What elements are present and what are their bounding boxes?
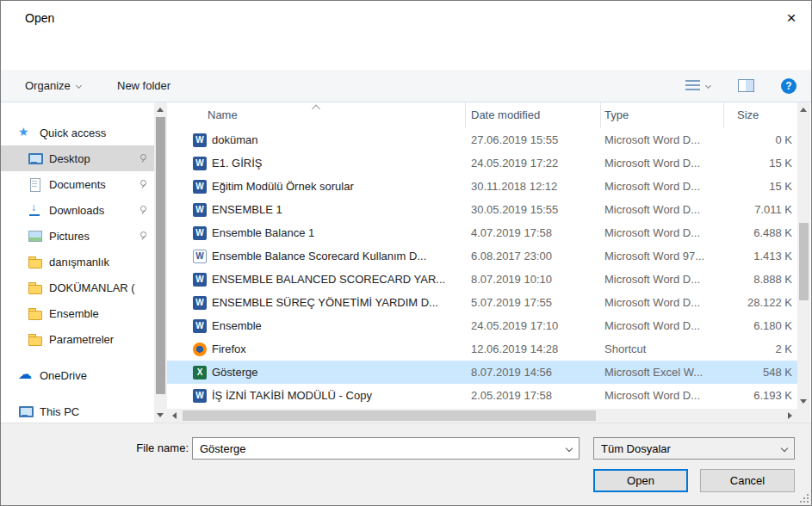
scrollbar-thumb[interactable] — [156, 117, 165, 394]
sidebar-item-pictures[interactable]: Pictures — [1, 223, 154, 249]
monitor-icon — [28, 151, 41, 165]
file-row[interactable]: WEnsemble Balance 1 4.07.2019 17:58 Micr… — [167, 221, 797, 244]
file-name: İŞ İZNİ TAKİBİ MODÜLÜ - Copy — [212, 389, 372, 402]
folder-icon — [28, 281, 41, 294]
file-date: 27.06.2019 15:55 — [466, 133, 601, 146]
sidebar-item-ensemble[interactable]: Ensemble — [1, 300, 154, 326]
organize-button[interactable]: Organize — [25, 70, 81, 102]
file-row[interactable]: WENSEMBLE 1 30.05.2019 15:55 Microsoft W… — [167, 198, 797, 221]
file-row[interactable]: Wdoküman 27.06.2019 15:55 Microsoft Word… — [167, 128, 797, 151]
word-file-icon: W — [193, 203, 207, 217]
file-row[interactable]: WENSEMBLE BALANCED SCORECARD YAR... 8.07… — [167, 268, 797, 291]
sidebar-scrollbar[interactable] — [154, 102, 167, 423]
word-file-icon: W — [193, 157, 207, 170]
scroll-up-icon[interactable] — [800, 108, 807, 112]
file-size: 6.180 K — [724, 319, 797, 332]
scroll-left-icon[interactable] — [172, 412, 177, 419]
file-row[interactable]: Firefox 12.06.2019 14:28 Shortcut 2 K — [167, 337, 797, 361]
file-size: 28.122 K — [724, 296, 797, 309]
help-button[interactable]: ? — [781, 78, 797, 94]
file-type: Microsoft Word D... — [601, 273, 724, 286]
sidebar-item-danismanlik[interactable]: danışmanlık — [1, 249, 154, 275]
file-type: Microsoft Word D... — [601, 296, 724, 309]
cloud-icon — [18, 368, 32, 382]
file-row[interactable]: WİŞ İZNİ TAKİBİ MODÜLÜ - Copy 2.05.2019 … — [167, 384, 797, 407]
file-row[interactable]: WEnsemble 24.05.2019 17:10 Microsoft Wor… — [167, 314, 797, 337]
sidebar-item-quick-access[interactable]: Quick access — [1, 120, 154, 145]
list-horizontal-scrollbar[interactable] — [167, 409, 797, 423]
file-size: 6.488 K — [724, 226, 797, 239]
sidebar-item-label: This PC — [40, 405, 79, 418]
pin-icon — [139, 179, 148, 189]
column-header-type[interactable]: Type — [601, 102, 724, 128]
star-icon — [18, 126, 32, 139]
file-name: ENSEMBLE SÜREÇ YÖNETİMİ YARDIM D... — [212, 296, 438, 309]
file-name-input[interactable] — [193, 442, 560, 455]
new-folder-button[interactable]: New folder — [117, 70, 170, 102]
sidebar-item-desktop[interactable]: Desktop — [1, 145, 154, 171]
word-file-icon: W — [193, 296, 207, 310]
file-name-combobox — [192, 437, 580, 460]
file-name: Eğitim Modülü Örnek sorular — [212, 180, 354, 193]
file-size: 15 K — [724, 157, 797, 170]
file-type: Microsoft Word D... — [601, 157, 724, 170]
column-header-name[interactable]: Name — [167, 102, 466, 128]
preview-pane-button[interactable] — [738, 70, 754, 102]
excel-file-icon: X — [193, 366, 207, 380]
file-name: E1. GİRİŞ — [212, 157, 263, 170]
file-size: 15 K — [724, 180, 797, 193]
column-header-size[interactable]: Size — [724, 102, 797, 128]
scrollbar-thumb[interactable] — [183, 410, 596, 421]
word97-file-icon: W — [193, 250, 207, 263]
close-button[interactable]: × — [772, 1, 811, 35]
file-row[interactable]: WEnsemble Balance Scorecard Kullanım D..… — [167, 244, 797, 268]
file-type: Microsoft Word D... — [601, 133, 724, 146]
list-vertical-scrollbar[interactable] — [797, 102, 810, 409]
scroll-down-icon[interactable] — [157, 413, 164, 417]
sidebar-item-downloads[interactable]: Downloads — [1, 197, 154, 223]
file-row-selected[interactable]: XGösterge 8.07.2019 14:56 Microsoft Exce… — [167, 361, 797, 384]
file-size: 548 K — [724, 366, 797, 379]
firefox-icon — [193, 342, 207, 356]
scroll-up-icon[interactable] — [157, 108, 164, 112]
scrollbar-thumb[interactable] — [799, 223, 809, 300]
file-name: Ensemble Balance 1 — [212, 226, 314, 239]
file-type-combobox[interactable]: Tüm Dosyalar — [593, 437, 795, 460]
navigation-sidebar: Quick access Desktop Documents Downloads… — [1, 102, 154, 423]
file-date: 24.05.2019 17:10 — [466, 319, 601, 332]
file-type: Microsoft Word D... — [601, 389, 724, 402]
file-type: Microsoft Word D... — [601, 226, 724, 239]
scroll-right-icon[interactable] — [788, 412, 792, 419]
file-date: 8.07.2019 10:10 — [466, 273, 601, 286]
file-name: doküman — [212, 133, 257, 146]
cancel-button[interactable]: Cancel — [700, 469, 795, 492]
document-icon — [28, 177, 41, 191]
scroll-down-icon[interactable] — [800, 399, 807, 404]
chevron-down-icon[interactable] — [560, 438, 579, 459]
open-button[interactable]: Open — [593, 469, 688, 492]
sidebar-item-onedrive[interactable]: OneDrive — [1, 362, 154, 388]
sidebar-item-label: Documents — [49, 178, 106, 191]
file-size: 7.011 K — [724, 203, 797, 216]
file-row[interactable]: WEğitim Modülü Örnek sorular 30.11.2018 … — [167, 175, 797, 198]
resize-grip-icon[interactable] — [798, 492, 809, 503]
sidebar-item-label: Desktop — [49, 152, 90, 165]
sidebar-item-parametreler[interactable]: Parametreler — [1, 326, 154, 352]
file-row[interactable]: WENSEMBLE SÜREÇ YÖNETİMİ YARDIM D... 5.0… — [167, 291, 797, 314]
file-size: 1.413 K — [724, 250, 797, 262]
sidebar-item-dokumanlar[interactable]: DOKÜMANLAR ( — [1, 275, 154, 300]
file-date: 12.06.2019 14:28 — [466, 342, 601, 355]
file-name: ENSEMBLE 1 — [212, 203, 282, 216]
details-view-icon — [685, 80, 700, 91]
folder-icon — [28, 332, 41, 346]
file-type-value: Tüm Dosyalar — [594, 442, 775, 455]
sidebar-item-documents[interactable]: Documents — [1, 171, 154, 197]
file-date: 30.11.2018 12:12 — [466, 180, 601, 193]
download-icon — [28, 203, 41, 217]
file-row[interactable]: WE1. GİRİŞ 24.05.2019 17:22 Microsoft Wo… — [167, 151, 797, 175]
sidebar-item-label: DOKÜMANLAR ( — [49, 281, 135, 294]
change-view-button[interactable] — [685, 70, 710, 102]
sidebar-item-this-pc[interactable]: This PC — [1, 398, 154, 423]
column-header-date-modified[interactable]: Date modified — [466, 102, 601, 128]
file-size: 8.888 K — [724, 273, 797, 286]
